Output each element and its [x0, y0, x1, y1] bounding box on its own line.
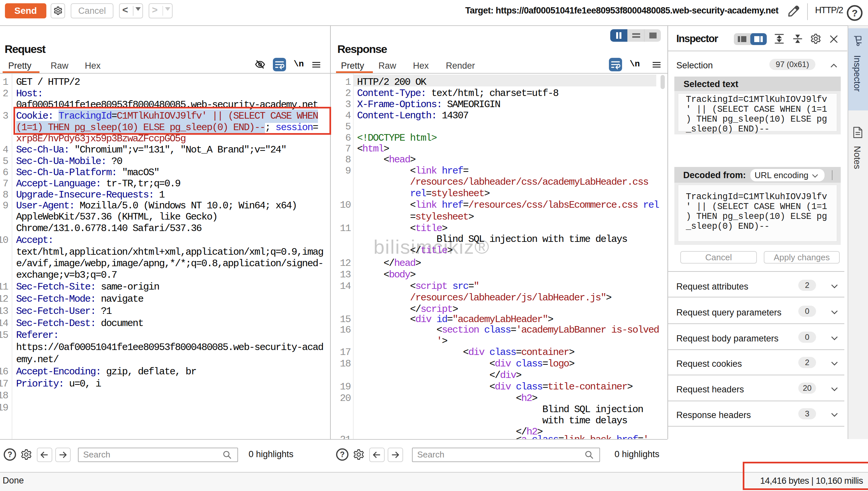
svg-text:?: ?	[851, 7, 858, 19]
svg-text:?: ?	[7, 450, 12, 459]
svg-text:?: ?	[340, 450, 344, 459]
